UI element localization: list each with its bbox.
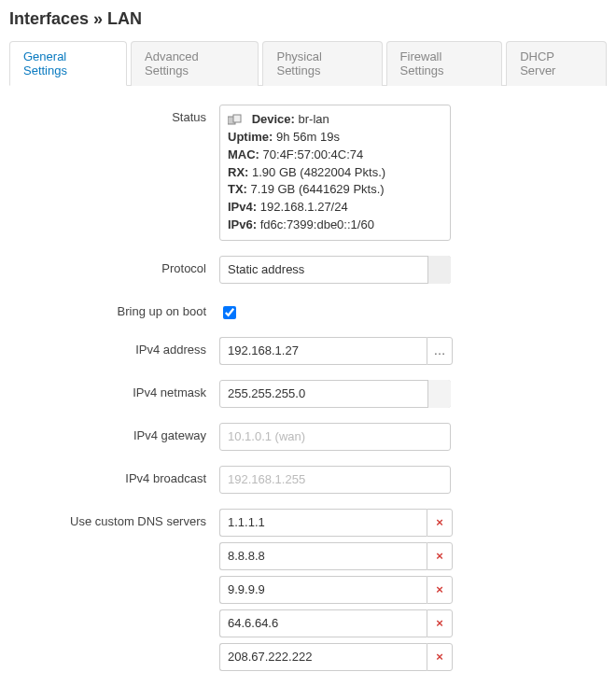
dns-server-input[interactable] (219, 542, 427, 570)
dns-delete-button[interactable]: × (427, 643, 453, 671)
tab-advanced-settings[interactable]: Advanced Settings (131, 41, 259, 86)
label-ipv4-broadcast: IPv4 broadcast (9, 466, 219, 485)
status-ipv6-value: fd6c:7399:dbe0::1/60 (260, 217, 374, 231)
close-icon: × (436, 616, 443, 630)
status-tx-label: TX: (228, 182, 247, 196)
label-status: Status (9, 105, 219, 124)
protocol-select[interactable] (219, 256, 451, 284)
label-protocol: Protocol (9, 256, 219, 275)
status-tx-value: 7.19 GB (6441629 Pkts.) (251, 182, 385, 196)
ipv4-broadcast-input[interactable] (219, 466, 451, 494)
label-ipv4-netmask: IPv4 netmask (9, 380, 219, 399)
status-uptime-value: 9h 56m 19s (276, 130, 340, 144)
status-rx-value: 1.90 GB (4822004 Pkts.) (252, 165, 385, 179)
tab-physical-settings[interactable]: Physical Settings (262, 41, 382, 86)
label-bring-up-on-boot: Bring up on boot (9, 299, 219, 318)
dns-delete-button[interactable]: × (427, 509, 453, 537)
status-rx-label: RX: (228, 165, 248, 179)
close-icon: × (436, 650, 443, 664)
tab-general-settings[interactable]: General Settings (9, 41, 127, 86)
status-mac-label: MAC: (228, 147, 259, 161)
status-device-label: Device: (252, 112, 295, 126)
dns-delete-button[interactable]: × (427, 576, 453, 604)
tab-bar: General Settings Advanced Settings Physi… (9, 40, 607, 86)
dns-servers-list: × × × × × (219, 509, 462, 677)
status-ipv4-label: IPv4: (228, 200, 257, 214)
dns-delete-button[interactable]: × (427, 542, 453, 570)
dns-server-input[interactable] (219, 643, 427, 671)
status-ipv4-value: 192.168.1.27/24 (260, 200, 348, 214)
tab-firewall-settings[interactable]: Firewall Settings (386, 41, 503, 86)
ipv4-netmask-select[interactable] (219, 380, 451, 408)
dns-server-input[interactable] (219, 609, 427, 637)
ipv4-gateway-input[interactable] (219, 423, 451, 451)
close-icon: × (436, 582, 443, 596)
svg-rect-1 (233, 115, 241, 122)
status-ipv6-label: IPv6: (228, 217, 257, 231)
status-mac-value: 70:4F:57:00:4C:74 (263, 147, 364, 161)
dns-delete-button[interactable]: × (427, 609, 453, 637)
label-dns-servers: Use custom DNS servers (9, 509, 219, 528)
device-icon (228, 114, 245, 127)
status-box: Device: br-lan Uptime: 9h 56m 19s MAC: 7… (219, 105, 451, 241)
status-uptime-label: Uptime: (228, 130, 273, 144)
bring-up-on-boot-checkbox[interactable] (223, 306, 236, 319)
page-title: Interfaces » LAN (9, 9, 607, 29)
ipv4-address-more-button[interactable]: … (427, 337, 453, 365)
tab-dhcp-server[interactable]: DHCP Server (506, 41, 607, 86)
dns-server-input[interactable] (219, 509, 427, 537)
status-device-value: br-lan (299, 112, 329, 126)
ipv4-address-input[interactable] (219, 337, 427, 365)
close-icon: × (436, 549, 443, 563)
label-ipv4-address: IPv4 address (9, 337, 219, 357)
dns-server-input[interactable] (219, 576, 427, 604)
label-ipv4-gateway: IPv4 gateway (9, 423, 219, 442)
close-icon: × (436, 515, 443, 529)
